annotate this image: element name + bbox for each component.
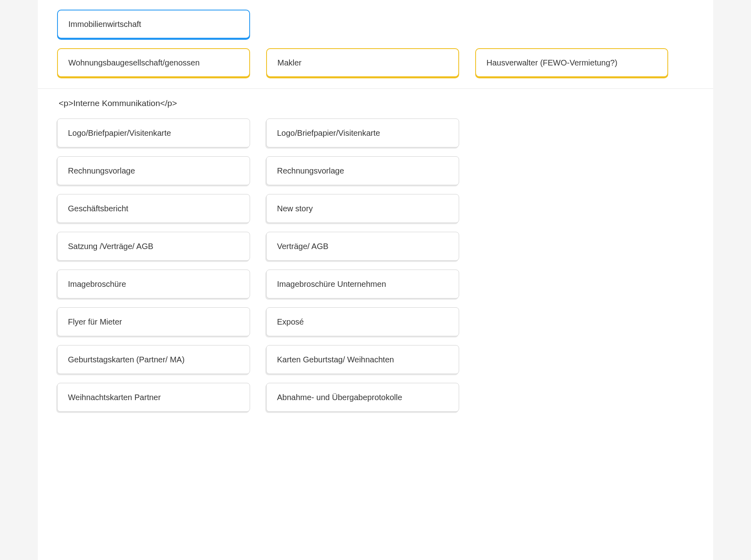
story-label: Karten Geburtstag/ Weihnachten — [277, 355, 394, 364]
story-card-new[interactable]: New story — [266, 194, 459, 223]
story-card[interactable]: Weihnachtskarten Partner — [57, 383, 250, 412]
persona-label: Makler — [277, 58, 302, 67]
story-card[interactable]: Flyer für Mieter — [57, 307, 250, 336]
story-card[interactable]: Logo/Briefpapier/Visitenkarte — [266, 119, 459, 147]
story-card[interactable]: Satzung /Verträge/ AGB — [57, 232, 250, 261]
persona-label: Hausverwalter (FEWO-Vermietung?) — [486, 58, 618, 67]
story-label: Geschäftsbericht — [68, 204, 128, 213]
story-label: Abnahme- und Übergabeprotokolle — [277, 393, 402, 402]
story-card[interactable]: Geburtstagskarten (Partner/ MA) — [57, 345, 250, 374]
story-card[interactable]: Karten Geburtstag/ Weihnachten — [266, 345, 459, 374]
story-label: Verträge/ AGB — [277, 242, 328, 251]
story-card[interactable]: Rechnungsvorlage — [266, 156, 459, 185]
persona-card-parent[interactable]: Immobilienwirtschaft — [57, 10, 250, 39]
story-label: Flyer für Mieter — [68, 317, 122, 327]
persona-card-child[interactable]: Wohnungsbaugesellschaft/genossen — [57, 48, 250, 77]
persona-label: Wohnungsbaugesellschaft/genossen — [68, 58, 200, 67]
story-card[interactable]: Exposé — [266, 307, 459, 336]
section-heading: <p>Interne Kommunikation</p> — [57, 98, 694, 108]
persona-card-child[interactable]: Hausverwalter (FEWO-Vermietung?) — [475, 48, 668, 77]
story-card[interactable]: Geschäftsbericht — [57, 194, 250, 223]
story-card[interactable]: Logo/Briefpapier/Visitenkarte — [57, 119, 250, 147]
story-label: Weihnachtskarten Partner — [68, 393, 161, 402]
story-card[interactable]: Verträge/ AGB — [266, 232, 459, 261]
persona-label: Immobilienwirtschaft — [68, 20, 141, 29]
story-label: Rechnungsvorlage — [68, 166, 135, 176]
story-label: Geburtstagskarten (Partner/ MA) — [68, 355, 185, 364]
story-card[interactable]: Imagebroschüre Unternehmen — [266, 270, 459, 298]
story-card[interactable]: Abnahme- und Übergabeprotokolle — [266, 383, 459, 412]
story-label: Imagebroschüre Unternehmen — [277, 280, 386, 289]
story-card[interactable]: Imagebroschüre — [57, 270, 250, 298]
story-map-canvas: Immobilienwirtschaft Wohnungsbaugesellsc… — [38, 0, 713, 560]
story-label: Logo/Briefpapier/Visitenkarte — [68, 129, 171, 138]
story-label: Imagebroschüre — [68, 280, 126, 289]
persona-section: Immobilienwirtschaft Wohnungsbaugesellsc… — [38, 0, 713, 88]
story-section: <p>Interne Kommunikation</p> Logo/Briefp… — [38, 88, 713, 423]
story-card[interactable]: Rechnungsvorlage — [57, 156, 250, 185]
story-grid: Logo/Briefpapier/Visitenkarte Logo/Brief… — [57, 119, 694, 412]
story-label: Logo/Briefpapier/Visitenkarte — [277, 129, 380, 138]
story-placeholder: New story — [277, 204, 313, 213]
story-label: Rechnungsvorlage — [277, 166, 344, 176]
story-label: Satzung /Verträge/ AGB — [68, 242, 153, 251]
story-label: Exposé — [277, 317, 304, 327]
persona-card-child[interactable]: Makler — [266, 48, 459, 77]
